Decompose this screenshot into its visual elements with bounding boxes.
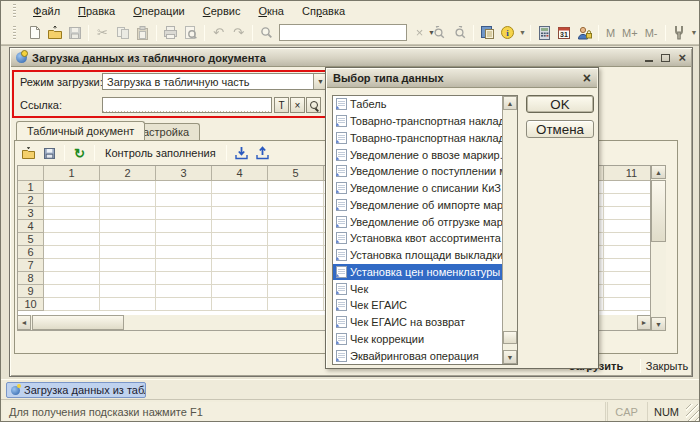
grid-cell[interactable]	[156, 233, 212, 246]
grid-row-header[interactable]: 5	[18, 233, 44, 246]
toolbar-grip[interactable]	[13, 4, 16, 18]
grid-open-icon[interactable]	[19, 144, 38, 163]
grid-cell[interactable]	[100, 207, 156, 220]
tools-settings-icon[interactable]	[670, 23, 689, 42]
scroll-down-icon[interactable]: ▼	[503, 350, 517, 364]
scroll-up-icon[interactable]: ▲	[503, 96, 517, 110]
grid-cell[interactable]	[604, 298, 651, 311]
grid-cell[interactable]	[100, 298, 156, 311]
info-icon[interactable]: i	[498, 23, 517, 42]
data-type-item[interactable]: Уведомление об отгрузке мар...	[333, 213, 502, 230]
data-type-item[interactable]: Чек коррекции	[333, 331, 502, 348]
grid-column-header[interactable]: 3	[156, 166, 212, 181]
scroll-down-icon[interactable]: ▼	[651, 317, 666, 331]
link-input[interactable]	[102, 97, 272, 113]
grid-cell[interactable]	[156, 181, 212, 194]
grid-cell[interactable]	[212, 233, 268, 246]
export-rows-icon[interactable]	[253, 144, 272, 163]
grid-cell[interactable]	[268, 259, 324, 272]
data-type-item[interactable]: Товарно-транспортная наклад...	[333, 113, 502, 130]
grid-column-header[interactable]: 5	[268, 166, 324, 181]
grid-cell[interactable]	[44, 181, 100, 194]
link-clear-button[interactable]: ×	[290, 97, 305, 113]
link-select-button[interactable]	[306, 97, 321, 113]
grid-column-header[interactable]: 2	[100, 166, 156, 181]
grid-cell[interactable]	[156, 207, 212, 220]
find-icon[interactable]	[257, 23, 276, 42]
data-type-item[interactable]: Чек	[333, 280, 502, 297]
memory-add-button[interactable]: M+	[619, 27, 641, 39]
grid-vertical-scrollbar[interactable]: ▲ ▼	[651, 165, 666, 331]
grid-row-header[interactable]: 7	[18, 259, 44, 272]
grid-cell[interactable]	[156, 259, 212, 272]
calendar-icon[interactable]: 31	[555, 23, 574, 42]
scroll-right-icon[interactable]: ►	[637, 315, 651, 330]
grid-column-header[interactable]: 4	[212, 166, 268, 181]
grid-cell[interactable]	[156, 194, 212, 207]
grid-cell[interactable]	[604, 246, 651, 259]
data-type-item[interactable]: Уведомление об импорте мар...	[333, 197, 502, 214]
import-rows-icon[interactable]	[232, 144, 251, 163]
resize-grip[interactable]	[686, 404, 700, 422]
grid-cell[interactable]	[44, 285, 100, 298]
grid-cell[interactable]	[604, 285, 651, 298]
data-type-item[interactable]: Чек ЕГАИС на возврат	[333, 314, 502, 331]
calculator-icon[interactable]	[535, 23, 554, 42]
window-titlebar[interactable]: Загрузка данных из табличного документа …	[11, 49, 691, 67]
grid-row-header[interactable]: 9	[18, 285, 44, 298]
grid-cell[interactable]	[100, 259, 156, 272]
close-button[interactable]: Закрыть	[644, 357, 690, 374]
scroll-thumb[interactable]	[651, 180, 666, 242]
tools-dropdown-caret-icon[interactable]: ▼	[691, 29, 698, 36]
grid-cell[interactable]	[604, 207, 651, 220]
minimize-icon[interactable]	[645, 60, 653, 62]
grid-row-header[interactable]: 2	[18, 194, 44, 207]
search-input[interactable]	[280, 25, 428, 40]
grid-cell[interactable]	[268, 246, 324, 259]
menu-windows[interactable]: Окна	[249, 1, 293, 21]
grid-cell[interactable]	[44, 298, 100, 311]
task-button-data-load[interactable]: Загрузка данных из таблич...	[6, 382, 146, 398]
data-type-item[interactable]: Товарно-транспортная наклад...	[333, 130, 502, 147]
grid-corner-cell[interactable]	[18, 166, 44, 181]
find-next-icon[interactable]	[430, 23, 449, 42]
grid-row-header[interactable]: 10	[18, 298, 44, 311]
maximize-icon[interactable]	[661, 54, 670, 62]
load-mode-combobox[interactable]: Загрузка в табличную часть ▼	[102, 73, 328, 90]
grid-cell[interactable]	[100, 272, 156, 285]
grid-cell[interactable]	[268, 285, 324, 298]
grid-cell[interactable]	[212, 246, 268, 259]
grid-column-header[interactable]: 11	[604, 166, 651, 181]
dialog-titlebar[interactable]: Выбор типа данных ×	[327, 69, 597, 88]
grid-row-header[interactable]: 6	[18, 246, 44, 259]
grid-save-icon[interactable]	[40, 144, 59, 163]
grid-cell[interactable]	[212, 194, 268, 207]
grid-cell[interactable]	[212, 259, 268, 272]
open-folder-icon[interactable]	[45, 23, 64, 42]
grid-cell[interactable]	[44, 246, 100, 259]
grid-cell[interactable]	[268, 233, 324, 246]
clipboard-viewer-icon[interactable]	[478, 23, 497, 42]
grid-cell[interactable]	[156, 246, 212, 259]
new-document-icon[interactable]	[25, 23, 44, 42]
menu-edit[interactable]: Правка	[69, 1, 124, 21]
grid-cell[interactable]	[268, 181, 324, 194]
data-type-item[interactable]: Эквайринговая операция	[333, 347, 502, 364]
grid-cell[interactable]	[156, 220, 212, 233]
grid-cell[interactable]	[268, 220, 324, 233]
search-clear-icon[interactable]: ×	[410, 23, 429, 42]
grid-cell[interactable]	[604, 272, 651, 285]
grid-cell[interactable]	[604, 181, 651, 194]
cut-icon[interactable]: ✂	[93, 23, 112, 42]
toolbar-grip-2[interactable]	[13, 26, 16, 40]
grid-cell[interactable]	[268, 272, 324, 285]
scroll-up-icon[interactable]: ▲	[651, 165, 666, 179]
grid-cell[interactable]	[100, 194, 156, 207]
grid-cell[interactable]	[268, 194, 324, 207]
scroll-track[interactable]	[503, 110, 517, 350]
memory-store-button[interactable]: M	[603, 27, 618, 39]
redo-icon[interactable]: ↷	[229, 23, 248, 42]
grid-cell[interactable]	[156, 272, 212, 285]
grid-cell[interactable]	[100, 181, 156, 194]
cancel-button[interactable]: Отмена	[526, 120, 594, 138]
